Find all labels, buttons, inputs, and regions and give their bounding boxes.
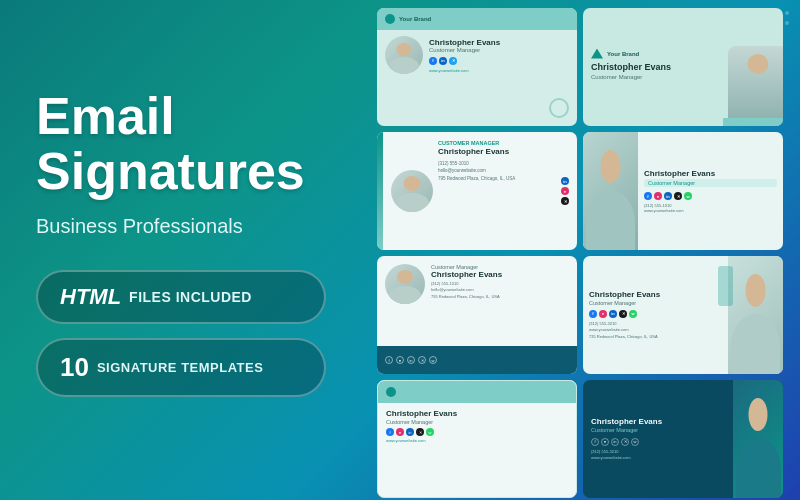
card4-content: Christopher Evans Customer Manager f ● i… <box>638 132 783 250</box>
card5-avatar <box>385 264 425 304</box>
instagram-icon-6: ● <box>599 310 607 318</box>
facebook-icon-4: f <box>644 192 652 200</box>
card2-body: Your Brand Christopher Evans Customer Ma… <box>583 8 783 126</box>
signature-cards-grid: Your Brand Christopher Evans Customer Ma… <box>377 8 792 492</box>
card2-bottom-bar <box>723 118 783 126</box>
card6-address: 735 Redwood Plaza, Chicago, IL, USA <box>589 334 722 340</box>
instagram-icon-4: ● <box>654 192 662 200</box>
facebook-icon: f <box>429 57 437 65</box>
brand-logo-2 <box>591 49 603 59</box>
card8-role: Customer Manager <box>591 427 725 433</box>
card7-header <box>378 381 576 403</box>
card3-vertical-socials: in ● ✕ <box>561 177 569 205</box>
subtitle: Business Professionals <box>36 215 334 238</box>
twitter-icon-3: ✕ <box>561 197 569 205</box>
card2-photo-area <box>723 8 783 126</box>
twitter-icon-8: ✕ <box>621 438 629 446</box>
card8-body: Christopher Evans Customer Manager f ● i… <box>583 380 783 498</box>
card6-content: Christopher Evans Customer Manager f ● i… <box>583 256 728 374</box>
card4-role: Customer Manager <box>644 179 777 187</box>
card7-role: Customer Manager <box>386 419 568 425</box>
card2-role: Customer Manager <box>591 74 715 80</box>
whatsapp-icon-7: w <box>426 428 434 436</box>
signature-templates-label: SIGNATURE TEMPLATES <box>97 360 263 375</box>
brand-icon <box>385 14 395 24</box>
whatsapp-icon-6: w <box>629 310 637 318</box>
card1-header: Your Brand <box>377 8 577 30</box>
card8-website: www.yourwebsite.com <box>591 455 725 461</box>
card4-avatar <box>583 132 638 250</box>
signature-card-4: Christopher Evans Customer Manager f ● i… <box>583 132 783 250</box>
card2-brand-row: Your Brand <box>591 49 715 59</box>
card6-role: Customer Manager <box>589 300 722 306</box>
linkedin-icon-8: in <box>611 438 619 446</box>
template-count: 10 <box>60 352 89 383</box>
signature-card-6: Christopher Evans Customer Manager f ● i… <box>583 256 783 374</box>
twitter-icon-6: ✕ <box>619 310 627 318</box>
card5-name: Christopher Evans <box>431 270 569 279</box>
card3-phone: (312) 555-1010 <box>438 161 469 166</box>
card1-deco-circle <box>549 98 569 118</box>
twitter-icon: ✕ <box>449 57 457 65</box>
card6-accent <box>718 266 733 306</box>
brand-name-2: Your Brand <box>607 51 639 57</box>
card3-body: Customer Manager Christopher Evans (312)… <box>377 132 577 250</box>
left-panel: Email Signatures Business Professionals … <box>0 0 370 500</box>
card3-content: Customer Manager Christopher Evans (312)… <box>383 132 577 250</box>
signature-card-2: Your Brand Christopher Evans Customer Ma… <box>583 8 783 126</box>
card1-role: Customer Manager <box>429 47 569 53</box>
card2-avatar <box>728 46 783 126</box>
whatsapp-icon-5: w <box>429 356 437 364</box>
linkedin-icon-4: in <box>664 192 672 200</box>
card3-name: Christopher Evans <box>438 147 556 156</box>
html-badge: HTML FILES INCLUDED <box>36 270 326 324</box>
card3-details: (312) 555-1010 hello@yourwebsite.com 795… <box>438 160 556 182</box>
card3-avatar <box>391 170 433 212</box>
card3-info: Customer Manager Christopher Evans (312)… <box>438 140 556 242</box>
signature-card-1: Your Brand Christopher Evans Customer Ma… <box>377 8 577 126</box>
brand-icon-7 <box>386 387 396 397</box>
card4-socials: f ● in ✕ w <box>644 192 777 200</box>
linkedin-icon-6: in <box>609 310 617 318</box>
card1-body: Christopher Evans Customer Manager f in … <box>377 30 577 80</box>
card8-details: (312) 555-3210 www.yourwebsite.com <box>591 449 725 462</box>
instagram-icon-8: ● <box>601 438 609 446</box>
facebook-icon-5: f <box>385 356 393 364</box>
linkedin-icon-3: in <box>561 177 569 185</box>
card3-email: hello@yourwebsite.com <box>438 168 486 173</box>
signature-card-7: Christopher Evans Customer Manager f ● i… <box>377 380 577 498</box>
card1-website: www.yourwebsite.com <box>429 68 569 73</box>
card2-left: Your Brand Christopher Evans Customer Ma… <box>583 8 723 126</box>
instagram-icon-7: ● <box>396 428 404 436</box>
card1-socials: f in ✕ <box>429 57 569 65</box>
card5-address: 795 Redwood Plaza, Chicago, IL, USA <box>431 294 569 300</box>
whatsapp-icon-8: w <box>631 438 639 446</box>
card5-top: Customer Manager Christopher Evans (312)… <box>377 256 577 346</box>
linkedin-icon: in <box>439 57 447 65</box>
linkedin-icon-5: in <box>407 356 415 364</box>
card5-info: Customer Manager Christopher Evans (312)… <box>431 264 569 338</box>
card7-detail: www.yourwebsite.com <box>386 438 568 443</box>
twitter-icon-4: ✕ <box>674 192 682 200</box>
card4-website: www.yourwebsite.com <box>644 208 777 213</box>
card1-avatar <box>385 36 423 74</box>
brand-name-1: Your Brand <box>399 16 431 22</box>
files-included-label: FILES INCLUDED <box>129 289 252 305</box>
card6-avatar <box>728 256 783 374</box>
card8-content: Christopher Evans Customer Manager f ● i… <box>583 380 733 498</box>
card5-details: (312) 555-1010 hello@yourwebsite.com 795… <box>431 281 569 300</box>
card5-body: Customer Manager Christopher Evans (312)… <box>377 256 577 374</box>
whatsapp-icon-4: w <box>684 192 692 200</box>
card4-details: (312) 555-1010 www.yourwebsite.com <box>644 203 777 213</box>
templates-badge: 10 SIGNATURE TEMPLATES <box>36 338 326 397</box>
card6-body: Christopher Evans Customer Manager f ● i… <box>583 256 783 374</box>
card6-socials: f ● in ✕ w <box>589 310 722 318</box>
instagram-icon-3: ● <box>561 187 569 195</box>
twitter-icon-5: ✕ <box>418 356 426 364</box>
card8-name: Christopher Evans <box>591 417 725 426</box>
facebook-icon-7: f <box>386 428 394 436</box>
card6-details: (312) 555-3210 www.yourwebsite.com 735 R… <box>589 321 722 340</box>
html-label: HTML <box>60 284 121 310</box>
twitter-icon-7: ✕ <box>416 428 424 436</box>
card7-socials: f ● in ✕ w <box>386 428 568 436</box>
